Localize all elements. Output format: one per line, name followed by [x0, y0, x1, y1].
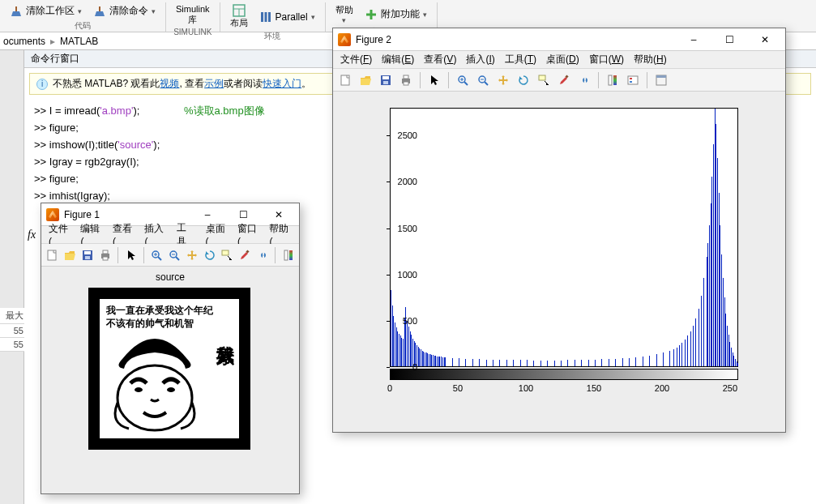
- svg-rect-34: [383, 81, 388, 84]
- datacursor-button[interactable]: [220, 246, 235, 264]
- histogram-bar: [575, 360, 575, 366]
- pan-button[interactable]: [184, 246, 199, 264]
- menu-item[interactable]: 插入(I): [462, 51, 498, 68]
- pointer-button[interactable]: [123, 246, 139, 264]
- file-browser-collapsed[interactable]: [0, 50, 24, 504]
- figure-1-toolbar[interactable]: [41, 244, 299, 267]
- open-button[interactable]: [62, 246, 78, 264]
- svg-rect-45: [539, 75, 545, 80]
- path-seg-1: ocuments: [3, 36, 45, 47]
- datacursor-button[interactable]: [535, 71, 553, 89]
- svg-rect-15: [103, 250, 108, 254]
- svg-rect-47: [609, 75, 612, 85]
- legend-button[interactable]: [624, 71, 642, 89]
- new-icon: [339, 74, 352, 87]
- rotate-button[interactable]: [202, 246, 217, 264]
- zoom-in-button[interactable]: [149, 246, 164, 264]
- layout-icon: [233, 4, 246, 17]
- histogram-bar: [685, 340, 686, 366]
- addons-label: 附加功能: [381, 7, 420, 21]
- ws-val: 55: [0, 338, 24, 352]
- new-button[interactable]: [45, 246, 60, 264]
- chevron-right-icon: ▸: [50, 36, 55, 47]
- brush-button[interactable]: [237, 246, 253, 264]
- menu-item[interactable]: 查看(V): [420, 51, 460, 68]
- zoom-out-icon: [476, 74, 489, 87]
- pan-button[interactable]: [494, 71, 512, 89]
- colorbar-button[interactable]: [280, 246, 296, 264]
- print-button[interactable]: [397, 71, 415, 89]
- x-tick-label: 150: [587, 383, 601, 393]
- fx-prompt: fx: [28, 229, 36, 241]
- histogram-bar: [703, 278, 704, 366]
- menu-item[interactable]: 帮助(H): [630, 51, 671, 68]
- histogram-bar: [609, 359, 609, 366]
- figure-2-toolbar[interactable]: [333, 69, 785, 92]
- rotate-button[interactable]: [515, 71, 532, 89]
- menu-item[interactable]: 工具(T): [501, 51, 540, 68]
- brush-button[interactable]: [555, 71, 573, 89]
- pointer-button[interactable]: [425, 71, 443, 89]
- svg-rect-53: [656, 75, 666, 78]
- y-tick-label: 1500: [390, 224, 422, 233]
- link-button[interactable]: [255, 246, 271, 264]
- svg-rect-16: [103, 257, 108, 260]
- histogram-bar: [479, 359, 480, 366]
- axes-title: source: [41, 271, 299, 283]
- info-link-video[interactable]: 视频: [160, 78, 179, 89]
- figure-1-menubar[interactable]: 文件(编辑(查看(插入(工具桌面(窗口(帮助(: [41, 226, 299, 244]
- clear-workspace-button[interactable]: 清除工作区▾: [6, 2, 85, 19]
- menu-item[interactable]: 桌面(D): [542, 51, 583, 68]
- x-tick-label: 50: [453, 383, 463, 393]
- help-label: 帮助: [335, 4, 353, 16]
- colorbar-button[interactable]: [604, 71, 622, 89]
- layout-button[interactable]: 布局: [227, 2, 251, 31]
- new-button[interactable]: [336, 71, 354, 89]
- figure-1-window[interactable]: Figure 1 – ☐ ✕ 文件(编辑(查看(插入(工具桌面(窗口(帮助( s…: [41, 203, 300, 494]
- info-link-getstarted[interactable]: 快速入门: [263, 78, 301, 89]
- x-tick-label: 200: [655, 383, 669, 393]
- histogram-bar: [499, 360, 500, 366]
- figure-2-canvas: 05001000150020002500050100150200250: [333, 92, 785, 432]
- svg-rect-27: [289, 250, 293, 260]
- addons-button[interactable]: 附加功能▾: [361, 6, 430, 23]
- open-icon: [359, 74, 372, 87]
- figure-2-titlebar[interactable]: Figure 2 – ☐ ✕: [333, 28, 785, 51]
- close-button[interactable]: ✕: [750, 29, 780, 50]
- svg-rect-24: [222, 250, 229, 255]
- figure-2-menubar[interactable]: 文件(F)编辑(E)查看(V)插入(I)工具(T)桌面(D)窗口(W)帮助(H): [333, 51, 785, 69]
- y-tick-label: 2500: [390, 130, 422, 140]
- histogram-bar: [527, 360, 528, 366]
- info-link-examples[interactable]: 示例: [204, 78, 224, 89]
- menu-item[interactable]: 文件(F): [336, 51, 376, 68]
- zoom-out-button[interactable]: [167, 246, 182, 264]
- simulink-button[interactable]: Simulink 库: [173, 2, 213, 28]
- workspace-slice: 最大 55 55: [0, 308, 24, 352]
- dock-button[interactable]: [652, 71, 670, 89]
- help-button[interactable]: 帮助 ▾: [332, 2, 357, 26]
- zoom-in-button[interactable]: [454, 71, 472, 89]
- clear-cmd-label: 清除命令: [109, 4, 148, 18]
- clear-commands-button[interactable]: 清除命令▾: [90, 2, 159, 19]
- save-button[interactable]: [377, 71, 395, 89]
- parallel-button[interactable]: Parallel▾: [256, 9, 318, 25]
- zoom-out-button[interactable]: [474, 71, 492, 89]
- minimize-button[interactable]: –: [678, 29, 709, 50]
- print-button[interactable]: [97, 246, 113, 264]
- figure-2-window[interactable]: Figure 2 – ☐ ✕ 文件(F)编辑(E)查看(V)插入(I)工具(T)…: [332, 28, 786, 433]
- pan-icon: [497, 74, 510, 87]
- colorbar-gray: [390, 369, 738, 380]
- open-button[interactable]: [357, 71, 374, 89]
- link-button[interactable]: [575, 71, 593, 89]
- code: );: [133, 105, 139, 117]
- svg-rect-6: [264, 12, 267, 22]
- maximize-button[interactable]: ☐: [714, 29, 745, 50]
- svg-rect-37: [404, 82, 408, 85]
- menu-item[interactable]: 编辑(E): [378, 51, 418, 68]
- menu-item[interactable]: 窗口(W): [585, 51, 628, 68]
- histogram-bar: [581, 360, 582, 366]
- save-button[interactable]: [80, 246, 96, 264]
- histogram-bar: [540, 361, 541, 366]
- dock-icon: [655, 74, 668, 87]
- svg-point-30: [167, 387, 175, 392]
